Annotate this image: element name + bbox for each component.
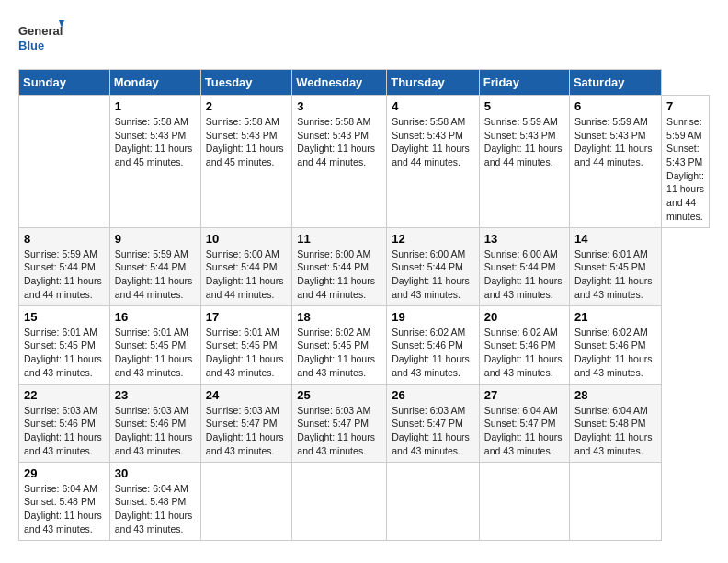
calendar-day: 20Sunrise: 6:02 AMSunset: 5:46 PMDayligh…	[479, 305, 569, 384]
calendar-day: 26Sunrise: 6:03 AMSunset: 5:47 PMDayligh…	[387, 384, 480, 462]
calendar-day	[292, 462, 387, 540]
header-saturday: Saturday	[569, 70, 661, 96]
calendar-day: 18Sunrise: 6:02 AMSunset: 5:45 PMDayligh…	[292, 305, 387, 384]
calendar-table: SundayMondayTuesdayWednesdayThursdayFrid…	[18, 69, 710, 541]
logo: General Blue	[18, 18, 64, 60]
calendar-day: 16Sunrise: 6:01 AMSunset: 5:45 PMDayligh…	[109, 305, 200, 384]
calendar-day: 17Sunrise: 6:01 AMSunset: 5:45 PMDayligh…	[200, 305, 292, 384]
svg-text:General: General	[18, 24, 63, 38]
calendar-day: 5Sunrise: 5:59 AMSunset: 5:43 PMDaylight…	[479, 96, 569, 228]
header-tuesday: Tuesday	[200, 70, 292, 96]
calendar-day	[200, 462, 292, 540]
calendar-day: 13Sunrise: 6:00 AMSunset: 5:44 PMDayligh…	[479, 227, 569, 305]
calendar-day: 23Sunrise: 6:03 AMSunset: 5:46 PMDayligh…	[109, 384, 200, 462]
svg-text:Blue: Blue	[18, 39, 44, 52]
calendar-day: 25Sunrise: 6:03 AMSunset: 5:47 PMDayligh…	[292, 384, 387, 462]
calendar-day	[479, 462, 569, 540]
header-sunday: Sunday	[19, 70, 110, 96]
calendar-day: 27Sunrise: 6:04 AMSunset: 5:47 PMDayligh…	[479, 384, 569, 462]
page-header: General Blue	[18, 18, 710, 60]
calendar-day: 19Sunrise: 6:02 AMSunset: 5:46 PMDayligh…	[387, 305, 480, 384]
empty-cell	[19, 96, 110, 228]
calendar-day: 10Sunrise: 6:00 AMSunset: 5:44 PMDayligh…	[200, 227, 292, 305]
header-monday: Monday	[109, 70, 200, 96]
calendar-day: 21Sunrise: 6:02 AMSunset: 5:46 PMDayligh…	[569, 305, 661, 384]
calendar-week-3: 15Sunrise: 6:01 AMSunset: 5:45 PMDayligh…	[19, 305, 710, 384]
calendar-day: 29Sunrise: 6:04 AMSunset: 5:48 PMDayligh…	[19, 462, 110, 540]
logo-svg: General Blue	[18, 18, 64, 60]
calendar-day: 4Sunrise: 5:58 AMSunset: 5:43 PMDaylight…	[387, 96, 480, 228]
calendar-day	[569, 462, 661, 540]
calendar-day	[387, 462, 480, 540]
calendar-day: 2Sunrise: 5:58 AMSunset: 5:43 PMDaylight…	[200, 96, 292, 228]
calendar-week-2: 8Sunrise: 5:59 AMSunset: 5:44 PMDaylight…	[19, 227, 710, 305]
calendar-header-row: SundayMondayTuesdayWednesdayThursdayFrid…	[19, 70, 710, 96]
calendar-day: 14Sunrise: 6:01 AMSunset: 5:45 PMDayligh…	[569, 227, 661, 305]
calendar-day: 12Sunrise: 6:00 AMSunset: 5:44 PMDayligh…	[387, 227, 480, 305]
calendar-day: 28Sunrise: 6:04 AMSunset: 5:48 PMDayligh…	[569, 384, 661, 462]
header-wednesday: Wednesday	[292, 70, 387, 96]
calendar-week-4: 22Sunrise: 6:03 AMSunset: 5:46 PMDayligh…	[19, 384, 710, 462]
calendar-day: 30Sunrise: 6:04 AMSunset: 5:48 PMDayligh…	[109, 462, 200, 540]
calendar-day: 8Sunrise: 5:59 AMSunset: 5:44 PMDaylight…	[19, 227, 110, 305]
calendar-day: 1Sunrise: 5:58 AMSunset: 5:43 PMDaylight…	[109, 96, 200, 228]
calendar-day: 7Sunrise: 5:59 AMSunset: 5:43 PMDaylight…	[662, 96, 710, 228]
header-friday: Friday	[479, 70, 569, 96]
calendar-day: 24Sunrise: 6:03 AMSunset: 5:47 PMDayligh…	[200, 384, 292, 462]
calendar-day: 11Sunrise: 6:00 AMSunset: 5:44 PMDayligh…	[292, 227, 387, 305]
calendar-week-5: 29Sunrise: 6:04 AMSunset: 5:48 PMDayligh…	[19, 462, 710, 540]
calendar-week-1: 1Sunrise: 5:58 AMSunset: 5:43 PMDaylight…	[19, 96, 710, 228]
calendar-day: 3Sunrise: 5:58 AMSunset: 5:43 PMDaylight…	[292, 96, 387, 228]
calendar-day: 9Sunrise: 5:59 AMSunset: 5:44 PMDaylight…	[109, 227, 200, 305]
calendar-day: 6Sunrise: 5:59 AMSunset: 5:43 PMDaylight…	[569, 96, 661, 228]
header-thursday: Thursday	[387, 70, 480, 96]
calendar-day: 15Sunrise: 6:01 AMSunset: 5:45 PMDayligh…	[19, 305, 110, 384]
calendar-day: 22Sunrise: 6:03 AMSunset: 5:46 PMDayligh…	[19, 384, 110, 462]
